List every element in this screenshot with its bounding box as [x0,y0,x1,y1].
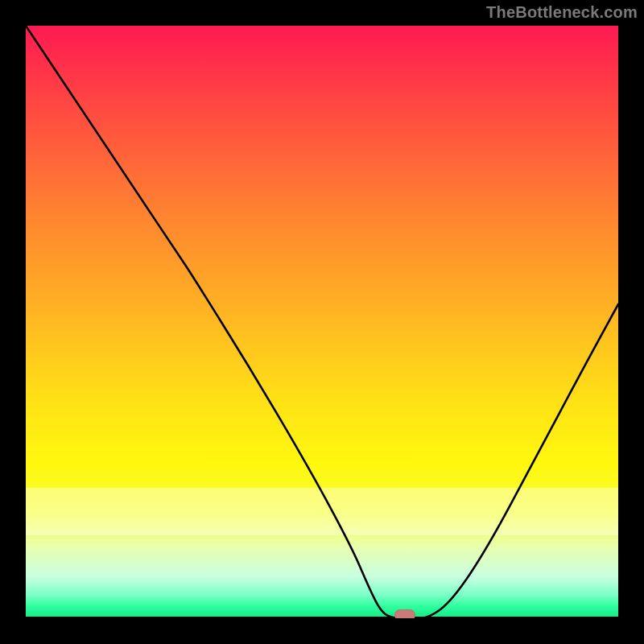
chart-frame: TheBottleneck.com [0,0,644,644]
bottleneck-curve [26,26,618,618]
watermark-text: TheBottleneck.com [486,3,638,22]
curve-path [26,26,618,618]
plot-area [26,26,618,618]
optimal-marker [394,609,415,618]
